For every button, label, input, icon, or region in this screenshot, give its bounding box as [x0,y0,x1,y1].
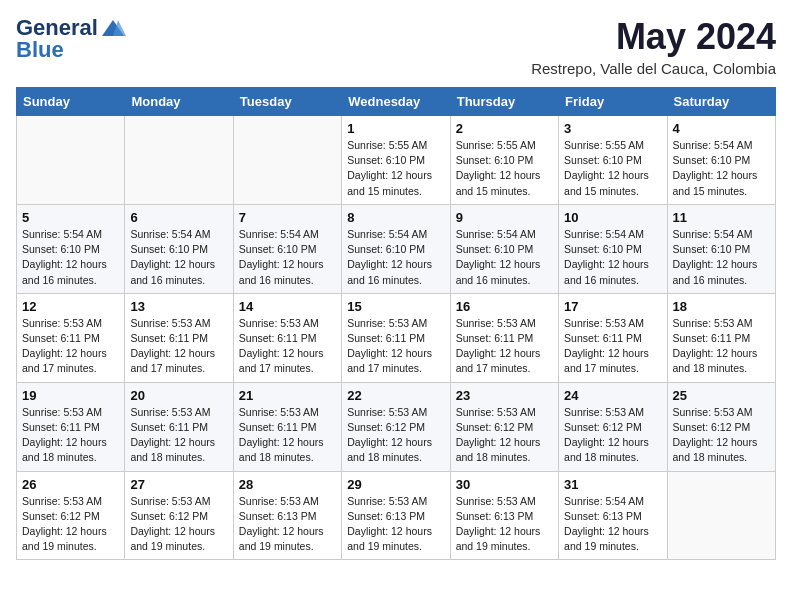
calendar-cell [125,116,233,205]
calendar-week-2: 5Sunrise: 5:54 AMSunset: 6:10 PMDaylight… [17,204,776,293]
day-number: 2 [456,121,553,136]
calendar-cell: 13Sunrise: 5:53 AMSunset: 6:11 PMDayligh… [125,293,233,382]
calendar-cell: 4Sunrise: 5:54 AMSunset: 6:10 PMDaylight… [667,116,775,205]
calendar-cell: 10Sunrise: 5:54 AMSunset: 6:10 PMDayligh… [559,204,667,293]
day-number: 9 [456,210,553,225]
day-number: 3 [564,121,661,136]
calendar: SundayMondayTuesdayWednesdayThursdayFrid… [16,87,776,560]
calendar-cell: 21Sunrise: 5:53 AMSunset: 6:11 PMDayligh… [233,382,341,471]
day-number: 27 [130,477,227,492]
calendar-cell: 23Sunrise: 5:53 AMSunset: 6:12 PMDayligh… [450,382,558,471]
calendar-cell: 15Sunrise: 5:53 AMSunset: 6:11 PMDayligh… [342,293,450,382]
day-number: 8 [347,210,444,225]
month-title: May 2024 [531,16,776,58]
day-info: Sunrise: 5:53 AMSunset: 6:11 PMDaylight:… [130,316,227,377]
calendar-cell: 16Sunrise: 5:53 AMSunset: 6:11 PMDayligh… [450,293,558,382]
calendar-cell: 12Sunrise: 5:53 AMSunset: 6:11 PMDayligh… [17,293,125,382]
calendar-cell: 28Sunrise: 5:53 AMSunset: 6:13 PMDayligh… [233,471,341,560]
day-number: 16 [456,299,553,314]
calendar-cell: 17Sunrise: 5:53 AMSunset: 6:11 PMDayligh… [559,293,667,382]
day-number: 18 [673,299,770,314]
day-info: Sunrise: 5:53 AMSunset: 6:12 PMDaylight:… [564,405,661,466]
day-number: 23 [456,388,553,403]
day-info: Sunrise: 5:53 AMSunset: 6:11 PMDaylight:… [456,316,553,377]
day-info: Sunrise: 5:54 AMSunset: 6:10 PMDaylight:… [239,227,336,288]
calendar-cell: 1Sunrise: 5:55 AMSunset: 6:10 PMDaylight… [342,116,450,205]
day-info: Sunrise: 5:53 AMSunset: 6:11 PMDaylight:… [239,316,336,377]
day-info: Sunrise: 5:54 AMSunset: 6:10 PMDaylight:… [456,227,553,288]
day-number: 17 [564,299,661,314]
day-info: Sunrise: 5:54 AMSunset: 6:10 PMDaylight:… [347,227,444,288]
calendar-cell: 6Sunrise: 5:54 AMSunset: 6:10 PMDaylight… [125,204,233,293]
day-number: 4 [673,121,770,136]
day-info: Sunrise: 5:54 AMSunset: 6:10 PMDaylight:… [673,138,770,199]
logo-line2: Blue [16,38,126,62]
calendar-cell: 29Sunrise: 5:53 AMSunset: 6:13 PMDayligh… [342,471,450,560]
header-saturday: Saturday [667,88,775,116]
day-info: Sunrise: 5:53 AMSunset: 6:11 PMDaylight:… [239,405,336,466]
day-number: 13 [130,299,227,314]
calendar-cell: 26Sunrise: 5:53 AMSunset: 6:12 PMDayligh… [17,471,125,560]
calendar-cell: 9Sunrise: 5:54 AMSunset: 6:10 PMDaylight… [450,204,558,293]
day-info: Sunrise: 5:55 AMSunset: 6:10 PMDaylight:… [564,138,661,199]
day-info: Sunrise: 5:53 AMSunset: 6:13 PMDaylight:… [347,494,444,555]
day-number: 22 [347,388,444,403]
calendar-cell: 18Sunrise: 5:53 AMSunset: 6:11 PMDayligh… [667,293,775,382]
calendar-cell: 5Sunrise: 5:54 AMSunset: 6:10 PMDaylight… [17,204,125,293]
calendar-cell: 2Sunrise: 5:55 AMSunset: 6:10 PMDaylight… [450,116,558,205]
day-info: Sunrise: 5:53 AMSunset: 6:12 PMDaylight:… [456,405,553,466]
day-number: 30 [456,477,553,492]
calendar-week-4: 19Sunrise: 5:53 AMSunset: 6:11 PMDayligh… [17,382,776,471]
day-number: 1 [347,121,444,136]
page-header: General Blue May 2024 Restrepo, Valle de… [16,16,776,77]
day-number: 14 [239,299,336,314]
subtitle: Restrepo, Valle del Cauca, Colombia [531,60,776,77]
calendar-week-5: 26Sunrise: 5:53 AMSunset: 6:12 PMDayligh… [17,471,776,560]
calendar-cell: 14Sunrise: 5:53 AMSunset: 6:11 PMDayligh… [233,293,341,382]
day-info: Sunrise: 5:53 AMSunset: 6:12 PMDaylight:… [347,405,444,466]
calendar-week-3: 12Sunrise: 5:53 AMSunset: 6:11 PMDayligh… [17,293,776,382]
calendar-cell [17,116,125,205]
day-number: 25 [673,388,770,403]
day-info: Sunrise: 5:54 AMSunset: 6:10 PMDaylight:… [564,227,661,288]
day-number: 21 [239,388,336,403]
day-number: 5 [22,210,119,225]
day-number: 15 [347,299,444,314]
title-area: May 2024 Restrepo, Valle del Cauca, Colo… [531,16,776,77]
day-number: 29 [347,477,444,492]
header-thursday: Thursday [450,88,558,116]
calendar-cell: 30Sunrise: 5:53 AMSunset: 6:13 PMDayligh… [450,471,558,560]
day-info: Sunrise: 5:55 AMSunset: 6:10 PMDaylight:… [347,138,444,199]
day-number: 28 [239,477,336,492]
day-info: Sunrise: 5:54 AMSunset: 6:13 PMDaylight:… [564,494,661,555]
day-info: Sunrise: 5:53 AMSunset: 6:11 PMDaylight:… [22,405,119,466]
logo-icon [100,18,126,40]
day-number: 20 [130,388,227,403]
day-info: Sunrise: 5:53 AMSunset: 6:13 PMDaylight:… [456,494,553,555]
day-info: Sunrise: 5:53 AMSunset: 6:11 PMDaylight:… [130,405,227,466]
day-info: Sunrise: 5:53 AMSunset: 6:13 PMDaylight:… [239,494,336,555]
day-info: Sunrise: 5:53 AMSunset: 6:12 PMDaylight:… [22,494,119,555]
calendar-cell: 22Sunrise: 5:53 AMSunset: 6:12 PMDayligh… [342,382,450,471]
header-tuesday: Tuesday [233,88,341,116]
calendar-cell: 27Sunrise: 5:53 AMSunset: 6:12 PMDayligh… [125,471,233,560]
day-number: 11 [673,210,770,225]
day-number: 24 [564,388,661,403]
day-number: 7 [239,210,336,225]
day-number: 6 [130,210,227,225]
calendar-cell: 20Sunrise: 5:53 AMSunset: 6:11 PMDayligh… [125,382,233,471]
day-info: Sunrise: 5:54 AMSunset: 6:10 PMDaylight:… [22,227,119,288]
calendar-header-row: SundayMondayTuesdayWednesdayThursdayFrid… [17,88,776,116]
day-info: Sunrise: 5:54 AMSunset: 6:10 PMDaylight:… [673,227,770,288]
logo: General Blue [16,16,126,62]
calendar-cell [233,116,341,205]
calendar-cell: 11Sunrise: 5:54 AMSunset: 6:10 PMDayligh… [667,204,775,293]
calendar-week-1: 1Sunrise: 5:55 AMSunset: 6:10 PMDaylight… [17,116,776,205]
calendar-cell: 3Sunrise: 5:55 AMSunset: 6:10 PMDaylight… [559,116,667,205]
calendar-cell: 19Sunrise: 5:53 AMSunset: 6:11 PMDayligh… [17,382,125,471]
header-friday: Friday [559,88,667,116]
day-number: 10 [564,210,661,225]
header-wednesday: Wednesday [342,88,450,116]
calendar-cell: 31Sunrise: 5:54 AMSunset: 6:13 PMDayligh… [559,471,667,560]
header-monday: Monday [125,88,233,116]
